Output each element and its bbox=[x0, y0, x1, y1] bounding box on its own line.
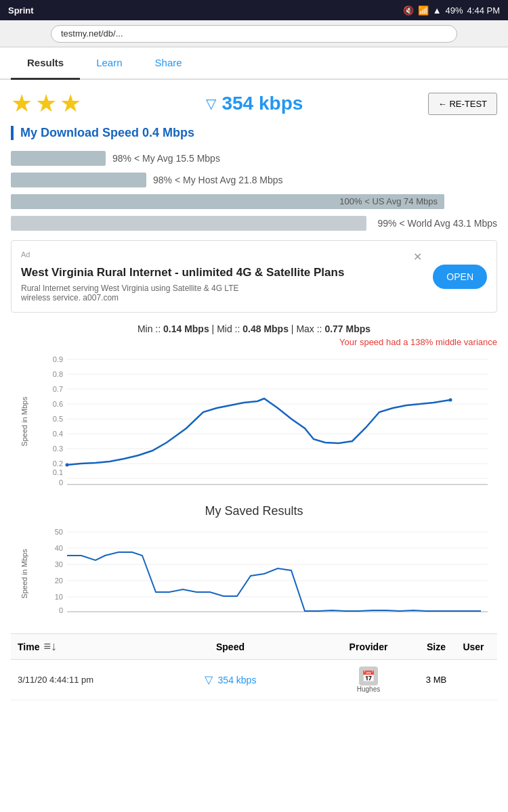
progress-bar-wrap-1 bbox=[11, 151, 106, 166]
th-time-label: Time bbox=[18, 641, 39, 652]
speed-chart-svg: 0.9 0.8 0.7 0.6 0.5 0.4 0.3 0.2 0.1 0 bbox=[38, 353, 497, 488]
progress-bar-fill-4 bbox=[11, 216, 366, 231]
y-axis-label-container: Speed in Mbps bbox=[11, 353, 38, 491]
svg-text:10: 10 bbox=[55, 593, 63, 601]
tab-results[interactable]: Results bbox=[11, 47, 80, 80]
retest-button[interactable]: ← RE-TEST bbox=[428, 93, 497, 115]
provider-icon-box: 📅 Hughes bbox=[357, 667, 380, 693]
mute-icon: 🔇 bbox=[403, 5, 414, 16]
provider-name: Hughes bbox=[357, 685, 380, 693]
svg-text:40: 40 bbox=[55, 544, 63, 552]
svg-text:0.2: 0.2 bbox=[53, 459, 63, 468]
td-speed: ▽ 354 kbps bbox=[140, 673, 321, 686]
saved-line bbox=[67, 552, 481, 611]
download-title: My Download Speed 0.4 Mbps bbox=[11, 126, 497, 140]
main-content: ★ ★ ★ ▽ 354 kbps ← RE-TEST My Download S… bbox=[0, 80, 508, 710]
svg-text:50: 50 bbox=[55, 528, 63, 536]
progress-bar-wrap-2 bbox=[11, 173, 146, 187]
ad-action: OPEN bbox=[433, 265, 487, 289]
stats-text: Min :: 0.14 Mbps | Mid :: 0.48 Mbps | Ma… bbox=[11, 323, 497, 334]
ad-text: West Virginia Rural Internet - unlimited… bbox=[21, 266, 422, 302]
th-speed: Speed bbox=[140, 641, 321, 652]
speed-chart-svg-wrap: 0.9 0.8 0.7 0.6 0.5 0.4 0.3 0.2 0.1 0 bbox=[38, 353, 497, 491]
tab-share[interactable]: Share bbox=[139, 47, 198, 80]
svg-text:0: 0 bbox=[59, 606, 63, 614]
stat-min: 0.14 Mbps bbox=[163, 323, 209, 334]
saved-chart-svg: 50 40 30 20 10 0 bbox=[38, 525, 497, 620]
ad-top: Ad ✕ bbox=[21, 250, 422, 263]
ad-body: Rural Internet serving West Virginia usi… bbox=[21, 284, 265, 302]
progress-bar-fill-1 bbox=[11, 151, 106, 166]
saved-chart-svg-wrap: 50 40 30 20 10 0 bbox=[38, 525, 497, 623]
th-user: User bbox=[457, 641, 490, 652]
wifi-icon: 📶 bbox=[418, 5, 429, 16]
table-row: 3/11/20 4:44:11 pm ▽ 354 kbps 📅 Hughes 3… bbox=[11, 660, 497, 700]
status-bar: Sprint 🔇 📶 ▲ 49% 4:44 PM bbox=[0, 0, 508, 20]
svg-text:0.4: 0.4 bbox=[53, 430, 63, 438]
svg-text:0.7: 0.7 bbox=[53, 385, 63, 393]
td-time: 3/11/20 4:44:11 pm bbox=[18, 675, 140, 685]
battery-label: 49% bbox=[446, 5, 463, 16]
svg-text:0.6: 0.6 bbox=[53, 400, 63, 408]
carrier-label: Sprint bbox=[8, 5, 34, 16]
ad-box: Ad ✕ West Virginia Rural Internet - unli… bbox=[11, 240, 497, 313]
progress-row-3: 100% < US Avg 74 Mbps 100% < US Avg 74 M… bbox=[11, 194, 497, 209]
svg-text:30: 30 bbox=[55, 560, 63, 568]
ad-label: Ad bbox=[21, 250, 30, 258]
speed-display: ▽ 354 kbps bbox=[206, 93, 303, 114]
progress-label-4: 99% < World Avg 43.1 Mbps bbox=[377, 218, 497, 229]
progress-label-1: 98% < My Avg 15.5 Mbps bbox=[112, 153, 220, 164]
table-header: Time ≡↓ Speed Provider Size User bbox=[11, 633, 497, 660]
stars: ★ ★ ★ bbox=[11, 89, 81, 118]
star-3: ★ bbox=[60, 89, 81, 118]
variance-text: Your speed had a 138% middle variance bbox=[11, 337, 497, 347]
tab-learn[interactable]: Learn bbox=[80, 47, 138, 80]
address-bar bbox=[0, 20, 508, 47]
td-provider: 📅 Hughes bbox=[321, 667, 416, 693]
y-axis-label: Speed in Mbps bbox=[20, 397, 28, 446]
sort-icon[interactable]: ≡↓ bbox=[43, 639, 57, 654]
svg-text:0.3: 0.3 bbox=[53, 445, 63, 453]
stat-max: 0.77 Mbps bbox=[324, 323, 371, 334]
star-2: ★ bbox=[35, 89, 57, 118]
saved-chart-inner: Speed in Mbps 50 40 30 20 10 0 bbox=[11, 525, 497, 623]
signal-icon: ▲ bbox=[433, 5, 442, 16]
svg-text:20: 20 bbox=[55, 577, 63, 585]
th-provider: Provider bbox=[321, 641, 416, 652]
saved-y-axis-label: Speed in Mbps bbox=[20, 549, 28, 598]
url-input[interactable] bbox=[51, 25, 457, 43]
star-1: ★ bbox=[11, 89, 33, 118]
saved-results-title: My Saved Results bbox=[11, 504, 497, 518]
speed-line bbox=[67, 399, 450, 465]
th-time: Time ≡↓ bbox=[18, 639, 140, 654]
td-speed-value: 354 kbps bbox=[218, 675, 257, 685]
svg-text:0.9: 0.9 bbox=[53, 355, 63, 363]
progress-row-2: 98% < My Host Avg 21.8 Mbps bbox=[11, 173, 497, 187]
speed-chart-inner: Speed in Mbps 0.9 0.8 0.7 0.6 0.5 0.4 0.… bbox=[11, 353, 497, 491]
progress-row-4: 99% < World Avg 43.1 Mbps bbox=[11, 216, 497, 231]
progress-bar-wrap-3: 100% < US Avg 74 Mbps bbox=[11, 194, 444, 209]
tab-bar: Results Learn Share bbox=[0, 47, 508, 80]
svg-text:0: 0 bbox=[59, 478, 63, 487]
progress-label-2: 98% < My Host Avg 21.8 Mbps bbox=[153, 175, 283, 185]
provider-icon: 📅 bbox=[359, 667, 378, 685]
saved-y-label-wrap: Speed in Mbps bbox=[11, 525, 38, 623]
speed-chart-container: Speed in Mbps 0.9 0.8 0.7 0.6 0.5 0.4 0.… bbox=[11, 353, 497, 491]
ad-content: Ad ✕ West Virginia Rural Internet - unli… bbox=[21, 250, 422, 302]
progress-bar-fill-2 bbox=[11, 173, 146, 187]
ad-close-icon[interactable]: ✕ bbox=[413, 250, 422, 263]
progress-section: 98% < My Avg 15.5 Mbps 98% < My Host Avg… bbox=[11, 151, 497, 231]
saved-chart-container: Speed in Mbps 50 40 30 20 10 0 bbox=[11, 525, 497, 623]
svg-text:0.8: 0.8 bbox=[53, 370, 63, 378]
progress-row-1: 98% < My Avg 15.5 Mbps bbox=[11, 151, 497, 166]
td-size: 3 MB bbox=[416, 675, 457, 685]
time-label: 4:44 PM bbox=[467, 5, 500, 16]
th-size: Size bbox=[416, 641, 457, 652]
ad-open-button[interactable]: OPEN bbox=[433, 265, 487, 289]
speed-header: ★ ★ ★ ▽ 354 kbps ← RE-TEST bbox=[11, 89, 497, 118]
speed-arrow-icon: ▽ bbox=[205, 673, 213, 686]
status-bar-right: 🔇 📶 ▲ 49% 4:44 PM bbox=[403, 5, 500, 16]
ad-title: West Virginia Rural Internet - unlimited… bbox=[21, 266, 422, 279]
chart-dot bbox=[66, 464, 69, 467]
speed-value: 354 kbps bbox=[221, 93, 303, 114]
